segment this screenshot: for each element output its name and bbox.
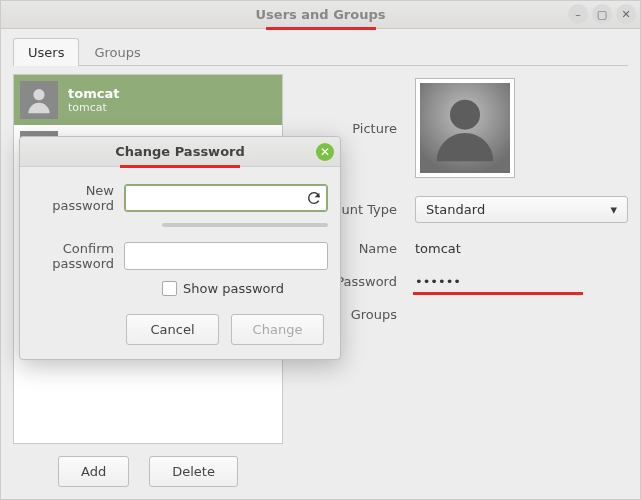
- new-password-input[interactable]: [124, 184, 328, 212]
- details-panel: Picture Account Type Standard ▾ Nam: [297, 74, 628, 487]
- dialog-title: Change Password ✕: [20, 137, 340, 167]
- confirm-password-wrap: [124, 242, 328, 270]
- picture-label: Picture: [297, 121, 397, 136]
- window-controls: – ▢ ✕: [568, 4, 636, 24]
- account-type-value: Standard: [426, 202, 485, 217]
- name-value[interactable]: tomcat: [415, 241, 461, 256]
- dialog-close-button[interactable]: ✕: [316, 143, 334, 161]
- show-password-label: Show password: [183, 281, 284, 296]
- tab-users[interactable]: Users: [13, 38, 79, 66]
- chevron-down-icon: ▾: [610, 202, 617, 217]
- title-underline: [266, 27, 376, 30]
- password-strength-bar: [162, 223, 328, 227]
- delete-button[interactable]: Delete: [149, 456, 238, 487]
- user-display-name: tomcat: [68, 86, 119, 102]
- person-icon: [23, 84, 55, 116]
- close-button[interactable]: ✕: [616, 4, 636, 24]
- avatar: [20, 81, 58, 119]
- picture-frame[interactable]: [415, 78, 515, 178]
- account-type-select[interactable]: Standard ▾: [415, 196, 628, 223]
- window-title: Users and Groups: [1, 7, 640, 22]
- checkbox-icon: [162, 281, 177, 296]
- maximize-button[interactable]: ▢: [592, 4, 612, 24]
- svg-point-2: [450, 100, 480, 130]
- dialog-title-underline: [120, 165, 240, 168]
- close-icon: ✕: [320, 145, 330, 159]
- password-value[interactable]: ••••••: [415, 274, 461, 289]
- list-item[interactable]: tomcat tomcat: [14, 75, 282, 125]
- cancel-button[interactable]: Cancel: [126, 314, 219, 345]
- new-password-row: New password: [32, 183, 328, 213]
- user-login-name: tomcat: [68, 101, 119, 114]
- avatar-large: [420, 83, 510, 173]
- user-names: tomcat tomcat: [68, 86, 119, 115]
- person-icon: [425, 88, 505, 168]
- dialog-title-text: Change Password: [115, 144, 245, 159]
- tab-groups[interactable]: Groups: [79, 38, 155, 66]
- new-password-wrap: [124, 184, 328, 212]
- dialog-body: New password Confirm password Show passw…: [20, 167, 340, 359]
- change-password-dialog: Change Password ✕ New password Confirm p…: [19, 136, 341, 360]
- svg-point-0: [33, 89, 44, 100]
- tab-bar: Users Groups: [13, 37, 628, 66]
- main-window: Users and Groups – ▢ ✕ Users Groups t: [0, 0, 641, 500]
- new-password-label: New password: [32, 183, 114, 213]
- show-password-toggle[interactable]: Show password: [162, 281, 328, 296]
- change-button[interactable]: Change: [231, 314, 324, 345]
- confirm-password-input[interactable]: [124, 242, 328, 270]
- minimize-button[interactable]: –: [568, 4, 588, 24]
- confirm-password-row: Confirm password: [32, 241, 328, 271]
- dialog-buttons: Cancel Change: [126, 314, 324, 345]
- add-button[interactable]: Add: [58, 456, 129, 487]
- list-buttons: Add Delete: [13, 456, 283, 487]
- confirm-password-label: Confirm password: [32, 241, 114, 271]
- regenerate-icon[interactable]: [306, 190, 322, 206]
- titlebar: Users and Groups – ▢ ✕: [1, 1, 640, 29]
